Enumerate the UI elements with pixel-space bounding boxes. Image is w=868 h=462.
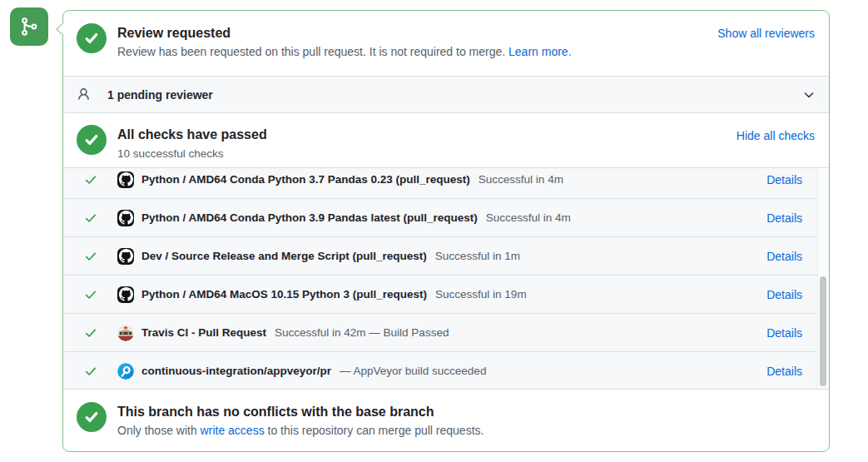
check-status: Successful in 1m bbox=[435, 250, 520, 262]
travis-ci-icon bbox=[117, 325, 134, 341]
check-row: Python / AMD64 Conda Python 3.9 Pandas l… bbox=[63, 199, 829, 237]
review-description-text: Review has been requested on this pull r… bbox=[117, 45, 508, 58]
check-success-icon bbox=[84, 326, 97, 340]
check-details-link[interactable]: Details bbox=[766, 250, 802, 263]
pr-merge-status: Review requested Review has been request… bbox=[0, 0, 868, 462]
check-success-icon bbox=[84, 211, 97, 225]
check-details-link[interactable]: Details bbox=[766, 173, 802, 186]
check-status: Successful in 4m bbox=[486, 211, 571, 224]
check-name: continuous-integration/appveyor/pr bbox=[141, 365, 331, 377]
check-row: Dev / Source Release and Merge Script (p… bbox=[63, 237, 829, 276]
checks-list-viewport: Python / AMD64 Conda Python 3.7 Pandas 0… bbox=[63, 167, 829, 390]
merge-description-suffix: to this repository can merge pull reques… bbox=[265, 424, 484, 437]
checks-list: Python / AMD64 Conda Python 3.7 Pandas 0… bbox=[63, 167, 829, 390]
person-icon bbox=[77, 87, 91, 102]
chevron-down-icon[interactable] bbox=[802, 88, 816, 102]
check-name: Travis CI - Pull Request bbox=[141, 326, 266, 339]
check-status: Successful in 4m bbox=[479, 173, 563, 186]
check-row: continuous-integration/appveyor/pr — App… bbox=[63, 352, 829, 390]
merge-status-box: Review requested Review has been request… bbox=[62, 10, 830, 452]
check-row: Travis CI - Pull Request Successful in 4… bbox=[63, 314, 829, 352]
show-all-reviewers-link[interactable]: Show all reviewers bbox=[717, 27, 815, 40]
review-section-description: Review has been requested on this pull r… bbox=[117, 43, 572, 61]
check-name: Python / AMD64 MacOS 10.15 Python 3 (pul… bbox=[141, 288, 427, 301]
merge-description-prefix: Only those with bbox=[117, 424, 201, 437]
check-status: Successful in 42m — Build Passed bbox=[275, 326, 449, 339]
hide-all-checks-link[interactable]: Hide all checks bbox=[737, 129, 815, 142]
github-actions-icon bbox=[117, 171, 134, 188]
git-merge-badge bbox=[10, 7, 48, 46]
checks-section-title: All checks have passed bbox=[117, 126, 267, 144]
checks-summary-section: All checks have passed 10 successful che… bbox=[63, 113, 829, 167]
check-details-link[interactable]: Details bbox=[766, 326, 802, 340]
scrollbar-thumb[interactable] bbox=[820, 276, 826, 386]
check-success-icon bbox=[84, 250, 97, 263]
write-access-link[interactable]: write access bbox=[201, 424, 265, 437]
review-requested-section: Review requested Review has been request… bbox=[63, 11, 829, 76]
github-actions-icon bbox=[117, 248, 134, 265]
merge-section-description: Only those with write access to this rep… bbox=[117, 422, 484, 440]
check-details-link[interactable]: Details bbox=[766, 365, 802, 378]
scrollbar-track[interactable] bbox=[817, 168, 829, 389]
review-section-title: Review requested bbox=[117, 24, 572, 42]
check-name: Python / AMD64 Conda Python 3.9 Pandas l… bbox=[141, 211, 478, 224]
github-actions-icon bbox=[117, 286, 134, 303]
appveyor-icon bbox=[117, 363, 134, 380]
check-status: Successful in 19m bbox=[435, 288, 527, 301]
pending-reviewers-label: 1 pending reviewer bbox=[107, 88, 213, 102]
check-name: Dev / Source Release and Merge Script (p… bbox=[141, 250, 427, 262]
checks-section-subtitle: 10 successful checks bbox=[117, 146, 267, 162]
pending-reviewers-row[interactable]: 1 pending reviewer bbox=[63, 76, 829, 113]
github-actions-icon bbox=[117, 210, 134, 226]
check-success-icon bbox=[84, 365, 97, 378]
check-name: Python / AMD64 Conda Python 3.7 Pandas 0… bbox=[141, 173, 470, 186]
success-check-circle-icon bbox=[77, 125, 107, 155]
merge-section-title: This branch has no conflicts with the ba… bbox=[117, 403, 484, 421]
learn-more-link[interactable]: Learn more. bbox=[508, 45, 571, 58]
git-merge-icon bbox=[18, 16, 40, 37]
check-row: Python / AMD64 MacOS 10.15 Python 3 (pul… bbox=[63, 276, 829, 314]
check-status: — AppVeyor build succeeded bbox=[340, 365, 486, 377]
success-check-circle-icon bbox=[77, 402, 107, 432]
check-row: Python / AMD64 Conda Python 3.7 Pandas 0… bbox=[63, 167, 829, 199]
check-success-icon bbox=[84, 173, 97, 186]
merge-ability-section: This branch has no conflicts with the ba… bbox=[63, 390, 829, 452]
check-details-link[interactable]: Details bbox=[766, 288, 802, 301]
check-success-icon bbox=[84, 288, 97, 301]
success-check-circle-icon bbox=[77, 23, 107, 53]
check-details-link[interactable]: Details bbox=[766, 211, 802, 225]
